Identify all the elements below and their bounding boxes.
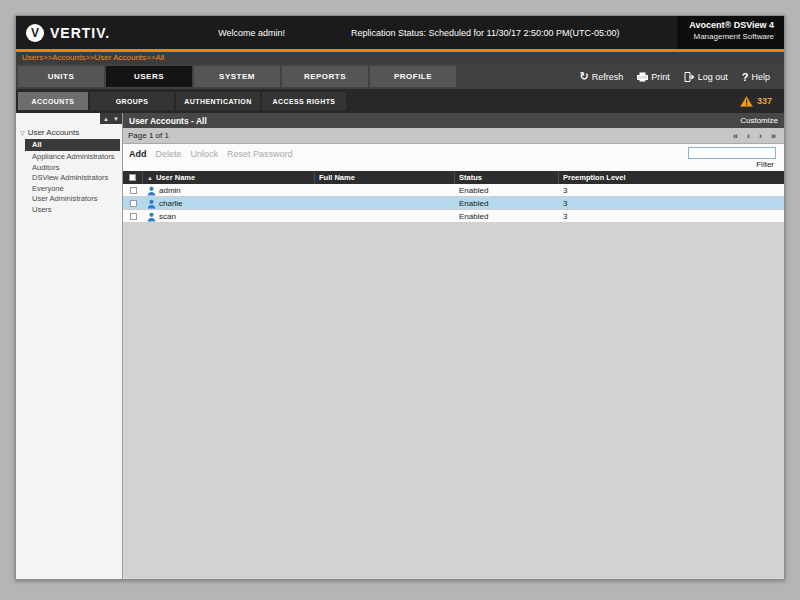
page-info: Page 1 of 1 (128, 131, 169, 140)
refresh-icon: ↻ (579, 70, 588, 83)
row-checkbox[interactable] (130, 213, 137, 220)
help-button[interactable]: ? Help (742, 71, 770, 83)
row-checkbox[interactable] (130, 187, 137, 194)
user-icon (147, 199, 156, 209)
app-window: V VERTIV. Welcome admin! Replication Sta… (15, 15, 785, 580)
user-name: charlie (159, 199, 183, 208)
table-header-row: ▲ User Name Full Name Status Preemption … (123, 171, 784, 184)
sidebar-item-all[interactable]: All (25, 139, 120, 151)
column-header-full-name[interactable]: Full Name (315, 171, 455, 184)
user-name: admin (159, 186, 181, 195)
header-bar: V VERTIV. Welcome admin! Replication Sta… (16, 16, 784, 49)
table-row[interactable]: charlie Enabled 3 (123, 197, 784, 210)
help-label: Help (751, 72, 770, 82)
filter-input[interactable] (688, 147, 776, 159)
tree-root-label: User Accounts (28, 128, 80, 137)
reset-password-button[interactable]: Reset Password (227, 149, 293, 159)
preemption-level-cell: 3 (559, 210, 784, 223)
pagination-bar: Page 1 of 1 « ‹ › » (123, 128, 784, 144)
user-name-cell: scan (143, 210, 315, 223)
table-row[interactable]: scan Enabled 3 (123, 210, 784, 223)
row-checkbox-cell (123, 184, 143, 197)
page-title: User Accounts - All (129, 116, 207, 126)
warning-icon (740, 96, 753, 107)
sidebar-item-dsview-administrators[interactable]: DSView Administrators (32, 173, 120, 184)
column-header-user-name[interactable]: ▲ User Name (143, 171, 315, 184)
vertiv-logo: V VERTIV. (16, 24, 110, 42)
filter-block: Filter (688, 147, 776, 169)
logout-button[interactable]: Log out (684, 72, 728, 82)
preemption-level-cell: 3 (559, 184, 784, 197)
last-page-icon[interactable]: » (771, 131, 776, 141)
secondary-tab-bar: ACCOUNTS GROUPS AUTHENTICATION ACCESS RI… (16, 89, 784, 113)
add-button[interactable]: Add (129, 149, 147, 159)
user-name-cell: charlie (143, 197, 315, 210)
column-header-preemption-level[interactable]: Preemption Level (559, 171, 784, 184)
tab-users[interactable]: USERS (106, 66, 192, 87)
status-cell: Enabled (455, 210, 559, 223)
tree-expander-icon[interactable]: ▽ (20, 129, 25, 136)
sidebar-item-users[interactable]: Users (32, 205, 120, 216)
sidebar-tree: ▽ User Accounts All Appliance Administra… (16, 124, 122, 218)
prev-page-icon[interactable]: ‹ (747, 131, 750, 141)
delete-button[interactable]: Delete (156, 149, 182, 159)
status-cell: Enabled (455, 184, 559, 197)
product-branding: Avocent® DSView 4 Management Software (677, 16, 784, 49)
table-row[interactable]: admin Enabled 3 (123, 184, 784, 197)
product-name: Avocent® DSView 4 (689, 20, 774, 30)
refresh-button[interactable]: ↻ Refresh (579, 70, 623, 83)
select-all-header (123, 171, 143, 184)
logout-label: Log out (698, 72, 728, 82)
sidebar-item-auditors[interactable]: Auditors (32, 163, 120, 174)
column-header-status[interactable]: Status (455, 171, 559, 184)
subtab-groups[interactable]: GROUPS (90, 92, 174, 110)
user-name-cell: admin (143, 184, 315, 197)
user-name: scan (159, 212, 176, 221)
logout-icon (684, 72, 695, 82)
user-icon (147, 212, 156, 222)
sidebar-item-everyone[interactable]: Everyone (32, 184, 120, 195)
breadcrumb: Users>>Accounts>>User Accounts>>All (16, 52, 784, 64)
welcome-text: Welcome admin! (218, 28, 285, 38)
tree-node-user-accounts[interactable]: ▽ User Accounts (18, 127, 120, 139)
content-area: ▲ ▼ ▽ User Accounts All Appliance Admini… (16, 113, 784, 579)
status-cell: Enabled (455, 197, 559, 210)
subtab-accounts[interactable]: ACCOUNTS (18, 92, 88, 110)
sidebar: ▲ ▼ ▽ User Accounts All Appliance Admini… (16, 113, 123, 579)
first-page-icon[interactable]: « (733, 131, 738, 141)
row-checkbox-cell (123, 197, 143, 210)
subtab-access-rights[interactable]: ACCESS RIGHTS (262, 92, 346, 110)
vertiv-logo-icon: V (26, 24, 44, 42)
scroll-down-icon[interactable]: ▼ (113, 116, 119, 122)
tab-units[interactable]: UNITS (18, 66, 104, 87)
sidebar-item-user-administrators[interactable]: User Administrators (32, 194, 120, 205)
print-button[interactable]: Print (637, 72, 670, 82)
alert-indicator[interactable]: 337 (740, 96, 772, 107)
sidebar-item-appliance-administrators[interactable]: Appliance Administrators (32, 152, 120, 163)
primary-tab-bar: UNITS USERS SYSTEM REPORTS PROFILE ↻ Ref… (16, 64, 784, 89)
product-subtitle: Management Software (689, 32, 774, 41)
help-icon: ? (742, 71, 749, 83)
subtab-authentication[interactable]: AUTHENTICATION (176, 92, 260, 110)
replication-status: Replication Status: Scheduled for 11/30/… (351, 28, 619, 38)
main-panel: User Accounts - All Customize Page 1 of … (123, 113, 784, 579)
print-label: Print (651, 72, 670, 82)
sidebar-scroll-box: ▲ ▼ (100, 113, 122, 124)
preemption-level-cell: 3 (559, 197, 784, 210)
print-icon (637, 72, 648, 82)
customize-link[interactable]: Customize (740, 116, 778, 125)
row-checkbox-cell (123, 210, 143, 223)
full-name-cell (315, 210, 455, 223)
alert-count: 337 (757, 96, 772, 106)
tab-profile[interactable]: PROFILE (370, 66, 456, 87)
select-all-checkbox[interactable] (129, 174, 136, 181)
filter-button[interactable]: Filter (756, 160, 776, 169)
scroll-up-icon[interactable]: ▲ (103, 116, 109, 122)
tab-reports[interactable]: REPORTS (282, 66, 368, 87)
column-header-label: User Name (156, 173, 195, 182)
unlock-button[interactable]: Unlock (191, 149, 219, 159)
sidebar-scroll-controls: ▲ ▼ (16, 113, 122, 124)
row-checkbox[interactable] (130, 200, 137, 207)
next-page-icon[interactable]: › (759, 131, 762, 141)
tab-system[interactable]: SYSTEM (194, 66, 280, 87)
